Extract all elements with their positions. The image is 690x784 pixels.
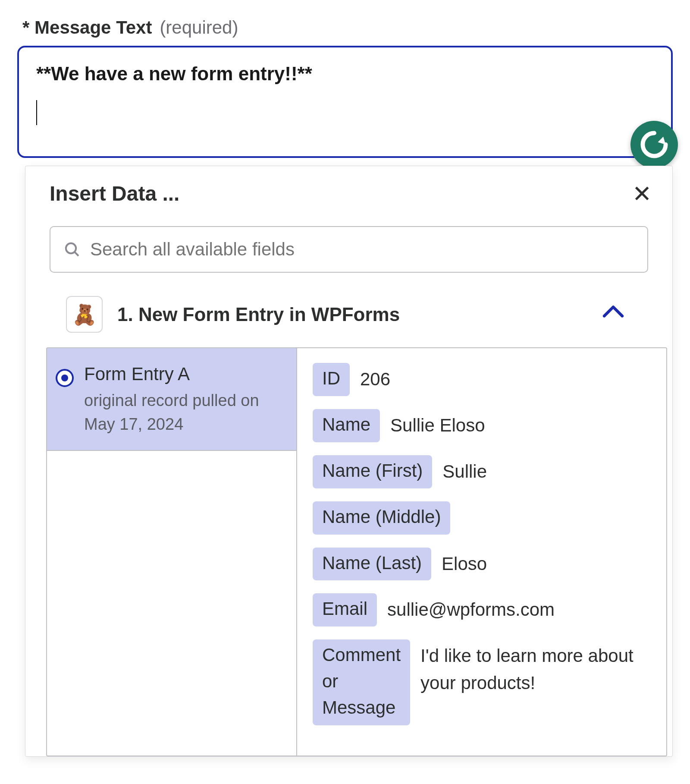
field-row[interactable]: CommentorMessageI'd like to learn more a… <box>313 639 654 725</box>
required-asterisk: * <box>22 17 29 38</box>
field-label-pill: Email <box>313 593 377 627</box>
record-item[interactable]: Form Entry A original record pulled on M… <box>47 348 296 451</box>
step-app-icon: 🧸 <box>66 296 103 333</box>
grammarly-icon[interactable] <box>630 121 678 168</box>
field-value: I'd like to learn more about your produc… <box>420 639 654 696</box>
field-label-pill: Name (Last) <box>313 548 431 581</box>
record-title: Form Entry A <box>84 364 259 384</box>
svg-line-1 <box>75 252 78 256</box>
field-value: Eloso <box>442 548 487 577</box>
field-value: 206 <box>360 363 390 393</box>
field-row[interactable]: NameSullie Eloso <box>313 409 654 442</box>
insert-data-dropdown: Insert Data ... ✕ 🧸 1. New Form Entry in… <box>25 166 673 757</box>
step-header[interactable]: 🧸 1. New Form Entry in WPForms <box>25 281 672 347</box>
field-label-pill: Name (Middle) <box>313 501 450 535</box>
step-title: 1. New Form Entry in WPForms <box>117 304 400 325</box>
required-hint: (required) <box>160 17 238 38</box>
field-label-row: * Message Text (required) <box>22 17 673 38</box>
field-label-pill: Name (First) <box>313 455 432 488</box>
search-field[interactable] <box>50 226 648 273</box>
field-row[interactable]: Name (Middle) <box>313 501 654 535</box>
close-icon[interactable]: ✕ <box>632 182 652 205</box>
field-label-pill: Name <box>313 409 380 442</box>
field-row[interactable]: Name (Last)Eloso <box>313 548 654 581</box>
search-input[interactable] <box>90 239 634 260</box>
record-subtitle: original record pulled on May 17, 2024 <box>84 389 259 436</box>
textarea-content: **We have a new form entry!!** <box>36 61 654 87</box>
radio-selected-icon <box>56 369 74 387</box>
chevron-up-icon <box>602 304 624 325</box>
dropdown-title: Insert Data ... <box>50 182 179 205</box>
field-row[interactable]: Emailsullie@wpforms.com <box>313 593 654 627</box>
text-cursor <box>36 100 37 125</box>
field-value: Sullie <box>442 455 487 485</box>
svg-point-0 <box>66 243 76 253</box>
field-row[interactable]: Name (First)Sullie <box>313 455 654 488</box>
search-icon <box>63 241 81 258</box>
records-panel: Form Entry A original record pulled on M… <box>46 347 667 756</box>
fields-list: ID206NameSullie ElosoName (First)SullieN… <box>297 348 666 756</box>
field-row[interactable]: ID206 <box>313 363 654 396</box>
message-textarea[interactable]: **We have a new form entry!!** <box>17 46 673 158</box>
field-label-text: Message Text <box>34 17 152 38</box>
field-value: sullie@wpforms.com <box>387 593 555 623</box>
field-value: Sullie Eloso <box>390 409 485 439</box>
field-label-pill: CommentorMessage <box>313 639 410 725</box>
field-label-pill: ID <box>313 363 350 396</box>
records-list: Form Entry A original record pulled on M… <box>47 348 297 756</box>
